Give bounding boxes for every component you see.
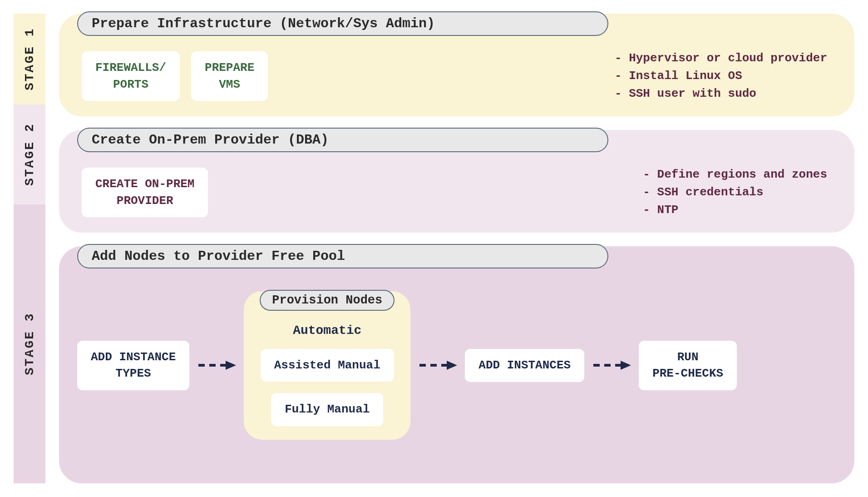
stage-2: Create On-Prem Provider (DBA) CREATE ON-… (59, 130, 854, 233)
fully-manual-box: Fully Manual (271, 393, 383, 426)
stage-1-body: FIREWALLS/PORTS PREPAREVMS - Hypervisor … (77, 50, 836, 103)
stage-1: Prepare Infrastructure (Network/Sys Admi… (59, 14, 854, 116)
arrow-icon (591, 358, 632, 372)
stage-2-notes: - Define regions and zones- SSH credenti… (643, 166, 836, 219)
stage-3-header: Add Nodes to Provider Free Pool (77, 244, 608, 268)
provision-nodes-header: Provision Nodes (260, 290, 395, 311)
prepare-vms-box: PREPAREVMS (191, 51, 268, 101)
stage-2-body: CREATE ON-PREMPROVIDER - Define regions … (77, 166, 836, 219)
stages-column: Prepare Infrastructure (Network/Sys Admi… (45, 14, 854, 483)
stage-3-body: ADD INSTANCETYPES Provision Nodes Automa… (77, 282, 836, 440)
assisted-manual-box: Assisted Manual (261, 349, 394, 382)
stage-2-boxes: CREATE ON-PREMPROVIDER (82, 168, 208, 217)
stage-1-label: STAGE 1 (14, 14, 45, 104)
stage-1-header: Prepare Infrastructure (Network/Sys Admi… (77, 11, 608, 36)
svg-marker-3 (447, 361, 457, 370)
svg-marker-1 (226, 361, 236, 370)
stage-3-label: STAGE 3 (14, 204, 45, 483)
arrow-icon (417, 358, 458, 372)
stage-1-boxes: FIREWALLS/PORTS PREPAREVMS (82, 51, 268, 101)
provision-nodes-group: Provision Nodes Automatic Assisted Manua… (244, 291, 410, 440)
firewalls-ports-box: FIREWALLS/PORTS (82, 51, 180, 101)
add-instance-types-box: ADD INSTANCETYPES (77, 341, 189, 390)
stage-2-header: Create On-Prem Provider (DBA) (77, 128, 608, 152)
stage-2-label: STAGE 2 (14, 104, 45, 204)
stage-diagram: STAGE 1 STAGE 2 STAGE 3 Prepare Infrastr… (14, 14, 854, 483)
stage-3: Add Nodes to Provider Free Pool ADD INST… (59, 246, 854, 483)
stage-1-notes: - Hypervisor or cloud provider- Install … (615, 50, 836, 103)
run-prechecks-box: RUNPRE-CHECKS (639, 341, 737, 390)
add-instances-box: ADD INSTANCES (465, 349, 584, 382)
svg-marker-5 (621, 361, 631, 370)
automatic-label: Automatic (293, 323, 361, 338)
arrow-icon (196, 358, 237, 372)
stage-labels-column: STAGE 1 STAGE 2 STAGE 3 (14, 14, 45, 483)
create-provider-box: CREATE ON-PREMPROVIDER (82, 168, 208, 217)
